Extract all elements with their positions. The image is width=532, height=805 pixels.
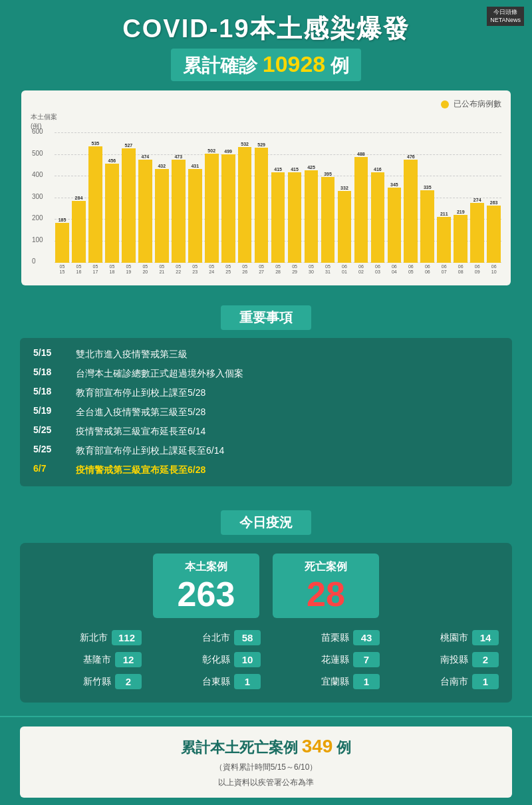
event-date: 5/18: [33, 367, 68, 377]
bars-area: 1852845354565274744324734315024995325294…: [55, 132, 501, 263]
city-item: 基隆市12: [33, 652, 142, 667]
city-count: 1: [234, 674, 261, 689]
bar-item: 415: [271, 132, 286, 263]
local-cases-count: 263: [173, 577, 239, 611]
event-text: 疫情警戒第三級宣布延長至6/28: [76, 463, 205, 477]
city-name: 基隆市: [83, 654, 111, 666]
bar-rect: [172, 160, 186, 263]
event-row: 5/18教育部宣布停止到校上課至5/28: [33, 386, 499, 400]
bar-item: 502: [204, 132, 219, 263]
bar-rect: [155, 169, 169, 263]
city-count: 112: [112, 630, 142, 645]
footer-total-box: 累計本土死亡案例 349 例 （資料累計時間5/15～6/10） 以上資料以疾管…: [20, 726, 512, 798]
bar-rect: [437, 217, 451, 263]
bar-item: 473: [171, 132, 186, 263]
event-row: 5/18台灣本土確診總數正式超過境外移入個案: [33, 367, 499, 381]
event-date: 6/7: [33, 463, 68, 474]
bar-value-label: 185: [59, 218, 66, 222]
city-name: 台南市: [440, 676, 468, 688]
bar-item: 529: [254, 132, 269, 263]
bar-item: 456: [104, 132, 120, 263]
x-label: 06 05: [403, 264, 418, 279]
bar-rect: [487, 206, 501, 263]
x-label: 06 03: [370, 264, 385, 279]
city-count: 12: [115, 652, 142, 667]
event-text: 雙北市進入疫情警戒第三級: [76, 347, 188, 361]
x-label: 06 04: [386, 264, 402, 279]
death-cases-label: 死亡案例: [293, 560, 359, 574]
city-item: 南投縣2: [390, 652, 499, 667]
bar-rect: [354, 157, 368, 263]
bar-value-label: 345: [390, 182, 398, 187]
x-label: 05 25: [221, 264, 236, 279]
today-section: 今日疫況 本土案例 263 死亡案例 28 新北市112台北市58苗栗縣43桃園…: [0, 501, 532, 716]
footer-note2: 以上資料以疾管署公布為準: [29, 777, 503, 788]
bar-rect: [404, 160, 418, 263]
footer-note1: （資料累計時間5/15～6/10）: [29, 762, 503, 773]
events-section: 重要事項 5/15雙北市進入疫情警戒第三級5/18台灣本土確診總數正式超過境外移…: [0, 296, 532, 496]
bar-rect: [271, 172, 285, 263]
bar-value-label: 476: [407, 154, 415, 159]
city-count: 2: [472, 652, 499, 667]
bar-value-label: 332: [340, 186, 348, 190]
bar-value-label: 284: [75, 196, 83, 200]
bar-value-label: 532: [241, 142, 249, 146]
event-row: 5/25教育部宣布停止到校上課延長至6/14: [33, 444, 499, 458]
bar-item: 532: [237, 132, 253, 263]
bar-rect: [188, 169, 202, 263]
bar-value-label: 474: [141, 154, 149, 159]
bar-item: 274: [469, 132, 485, 263]
x-label: 06 01: [336, 264, 352, 279]
city-name: 桃園市: [440, 632, 468, 644]
chart-legend: 已公布病例數: [31, 98, 501, 110]
event-date: 5/25: [33, 424, 68, 435]
footer-section: 累計本土死亡案例 349 例 （資料累計時間5/15～6/10） 以上資料以疾管…: [0, 716, 532, 805]
bar-item: 425: [304, 132, 319, 263]
bar-rect: [221, 154, 235, 263]
bar-rect: [238, 147, 252, 263]
bar-item: 432: [154, 132, 170, 263]
city-name: 宜蘭縣: [321, 676, 349, 688]
city-item: 苗栗縣43: [271, 630, 380, 645]
bar-item: 474: [138, 132, 153, 263]
bar-value-label: 274: [473, 198, 481, 202]
bar-item: 488: [353, 132, 368, 263]
bar-rect: [305, 170, 319, 263]
bar-rect: [205, 154, 219, 263]
bar-value-label: 502: [207, 148, 215, 153]
x-label: 05 30: [304, 264, 319, 279]
bar-item: 332: [336, 132, 352, 263]
x-label: 05 31: [321, 264, 336, 279]
x-label: 05 21: [154, 264, 170, 279]
today-title: 今日疫況: [221, 510, 311, 535]
city-count: 43: [353, 630, 380, 645]
city-name: 苗栗縣: [321, 632, 349, 644]
city-name: 新北市: [80, 632, 108, 644]
bar-value-label: 529: [257, 142, 265, 147]
today-title-container: 今日疫況: [20, 510, 512, 535]
bar-item: 416: [370, 132, 385, 263]
bar-value-label: 432: [158, 164, 166, 168]
bar-item: 395: [321, 132, 336, 263]
events-box: 5/15雙北市進入疫情警戒第三級5/18台灣本土確診總數正式超過境外移入個案5/…: [20, 338, 512, 486]
x-label: 05 29: [287, 264, 303, 279]
x-label: 05 24: [204, 264, 219, 279]
city-name: 台北市: [202, 632, 230, 644]
city-count: 2: [115, 674, 142, 689]
bar-item: 263: [486, 132, 501, 263]
city-name: 新竹縣: [83, 676, 111, 688]
city-count: 14: [472, 630, 499, 645]
city-name: 花蓮縣: [321, 654, 349, 666]
event-text: 全台進入疫情警戒第三級至5/28: [76, 405, 205, 419]
bar-rect: [105, 164, 119, 263]
bar-item: 415: [287, 132, 303, 263]
x-label: 05 19: [121, 264, 136, 279]
bar-item: 335: [420, 132, 435, 263]
event-text: 教育部宣布停止到校上課延長至6/14: [76, 444, 224, 458]
bar-item: 284: [71, 132, 86, 263]
x-label: 06 02: [353, 264, 368, 279]
event-date: 5/18: [33, 386, 68, 397]
bar-rect: [454, 215, 467, 263]
city-count: 10: [234, 652, 261, 667]
event-date: 5/15: [33, 347, 68, 358]
